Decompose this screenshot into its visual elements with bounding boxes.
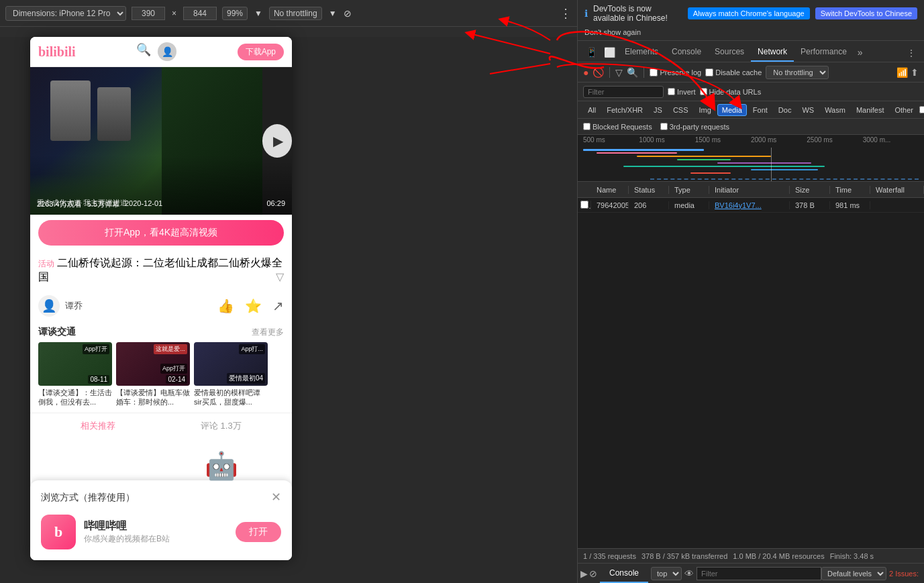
see-more-button[interactable]: 查看更多: [252, 327, 284, 338]
td-initiator[interactable]: BV16i4y1V7...: [709, 201, 790, 209]
invert-checkbox[interactable]: [668, 88, 675, 95]
filter-wasm[interactable]: Wasm: [820, 104, 850, 116]
filter-ws[interactable]: WS: [797, 104, 819, 116]
disable-cache-checkbox[interactable]: [705, 68, 713, 76]
console-levels-select[interactable]: Default levels: [821, 567, 886, 580]
filter-img[interactable]: Img: [695, 104, 716, 116]
console-tab[interactable]: Console: [600, 564, 648, 583]
blocked-checkbox[interactable]: [583, 123, 591, 130]
match-language-button[interactable]: Always match Chrome's language: [688, 7, 810, 19]
tab-elements[interactable]: Elements: [618, 43, 665, 62]
preserve-log-checkbox[interactable]: [650, 68, 658, 76]
row-checkbox-cell[interactable]: [578, 201, 591, 210]
tab-network[interactable]: Network: [751, 43, 794, 62]
disable-cache-label[interactable]: Disable cache: [705, 68, 762, 76]
share-icon[interactable]: ↗: [272, 298, 284, 314]
inspect-icon[interactable]: ⬜: [601, 43, 618, 62]
wifi-icon[interactable]: 📶: [896, 67, 908, 78]
console-stop-icon[interactable]: ⊘: [589, 568, 597, 579]
third-party-checkbox[interactable]: [660, 123, 668, 130]
favorite-icon[interactable]: ⭐: [245, 298, 262, 314]
clear-button[interactable]: 🚫: [593, 67, 604, 78]
open-app-button-dialog[interactable]: 打开: [236, 522, 281, 542]
hide-data-urls-label[interactable]: Hide data URLs: [700, 88, 762, 96]
console-play-icon[interactable]: ▶: [580, 568, 588, 579]
has-blocklist-label[interactable]: Has blo...: [919, 102, 924, 118]
hide-data-urls-checkbox[interactable]: [700, 88, 707, 95]
search-icon[interactable]: 🔍: [627, 67, 638, 78]
related-thumb-1[interactable]: App打开 08-11: [38, 342, 112, 386]
list-item[interactable]: App打开 08-11 【谭谈交通】：生活击倒我，但没有去...: [38, 342, 112, 407]
more-options-button[interactable]: ⋮: [560, 6, 572, 21]
th-time[interactable]: Time: [830, 186, 870, 194]
tab-performance[interactable]: Performance: [794, 43, 854, 62]
filter-doc[interactable]: Doc: [774, 104, 797, 116]
switch-language-button[interactable]: Switch DevTools to Chinese: [815, 7, 917, 19]
open-app-button[interactable]: 打开App，看4K超高清视频: [38, 220, 284, 246]
filter-icon[interactable]: ▽: [615, 67, 623, 78]
blocked-label[interactable]: Blocked Requests: [583, 123, 652, 131]
uploader-name[interactable]: 谭乔: [65, 300, 212, 312]
devtools-icon-button[interactable]: 📱: [583, 43, 600, 62]
related-date-2: 02-14: [166, 375, 187, 384]
related-thumb-3[interactable]: App打... 爱情最初04: [194, 342, 268, 386]
filter-font[interactable]: Font: [748, 104, 772, 116]
timeline-bar-8: [690, 172, 731, 174]
filter-other[interactable]: Other: [890, 104, 918, 116]
upload-icon[interactable]: ⬆: [911, 67, 919, 78]
filter-manifest[interactable]: Manifest: [852, 104, 889, 116]
console-filter-input[interactable]: [697, 567, 821, 580]
invert-label[interactable]: Invert: [668, 88, 696, 96]
like-icon[interactable]: 👍: [217, 298, 234, 314]
dont-show-again-button[interactable]: Don't show again: [584, 28, 641, 36]
filter-fetch-xhr[interactable]: Fetch/XHR: [602, 104, 648, 116]
preserve-log-label[interactable]: Preserve log: [650, 68, 701, 76]
th-waterfall[interactable]: Waterfall: [870, 186, 924, 194]
list-item[interactable]: App打... 爱情最初04 爱情最初的模样吧谭sir买瓜，甜度爆...: [194, 342, 268, 407]
tab-sources[interactable]: Sources: [708, 43, 751, 62]
row-checkbox[interactable]: [580, 201, 588, 209]
console-eye-icon[interactable]: 👁: [682, 568, 697, 579]
comment-count[interactable]: 评论 1.3万: [201, 420, 242, 432]
third-party-label[interactable]: 3rd-party requests: [660, 123, 729, 131]
th-initiator[interactable]: Initiator: [709, 186, 790, 194]
download-btn[interactable]: 下载App: [238, 44, 284, 60]
th-status[interactable]: Status: [629, 186, 669, 194]
expand-chevron[interactable]: ▽: [276, 270, 284, 283]
th-type[interactable]: Type: [669, 186, 709, 194]
more-tabs-button[interactable]: »: [854, 43, 867, 62]
throttle-button[interactable]: No throttling: [269, 7, 322, 20]
record-button[interactable]: ●: [583, 67, 588, 78]
filter-media[interactable]: Media: [717, 104, 747, 116]
width-input[interactable]: 390: [132, 7, 165, 20]
tab-console[interactable]: Console: [665, 43, 708, 62]
related-thumb-2[interactable]: 这就是爱... App打开 02-14: [116, 342, 190, 386]
no-throttle-icon[interactable]: ⊘: [344, 8, 352, 19]
th-name[interactable]: Name: [591, 186, 629, 194]
console-context-select[interactable]: top: [651, 567, 682, 580]
filter-input[interactable]: [583, 86, 664, 98]
height-input[interactable]: 844: [183, 7, 217, 20]
td-name[interactable]: 796420059_nb3-1-16.mp...: [591, 201, 629, 209]
devtools-settings[interactable]: ⋮: [901, 44, 921, 62]
transferred-size: 378 B / 357 kB transferred: [641, 552, 727, 560]
th-size[interactable]: Size: [790, 186, 830, 194]
zoom-button[interactable]: 99%: [222, 7, 248, 20]
filter-css[interactable]: CSS: [668, 104, 693, 116]
throttle-select[interactable]: No throttling: [766, 66, 829, 79]
video-thumbnail[interactable]: ▶ 2263.4万观看 5.5万弹幕 2020-12-01 06:29 重击成化…: [30, 67, 292, 215]
play-button[interactable]: ▶: [262, 124, 292, 158]
list-item[interactable]: 这就是爱... App打开 02-14 【谭谈爱情】电瓶车做婚车：那时候的...: [116, 342, 190, 407]
table-row[interactable]: 796420059_nb3-1-16.mp... 206 media BV16i…: [578, 198, 924, 213]
issues-count[interactable]: 2 Issues:: [889, 570, 919, 578]
search-icon[interactable]: 🔍: [136, 42, 151, 61]
has-blocklist-checkbox[interactable]: [919, 106, 924, 113]
timeline-bar-4: [677, 159, 731, 160]
uploader-avatar[interactable]: 👤: [38, 295, 60, 317]
filter-js[interactable]: JS: [649, 104, 667, 116]
user-avatar[interactable]: 👤: [158, 42, 176, 61]
device-select[interactable]: Dimensions: iPhone 12 Pro: [5, 6, 126, 21]
filter-all[interactable]: All: [583, 104, 601, 116]
dialog-close-button[interactable]: ✕: [271, 490, 281, 505]
related-link[interactable]: 相关推荐: [81, 420, 115, 432]
